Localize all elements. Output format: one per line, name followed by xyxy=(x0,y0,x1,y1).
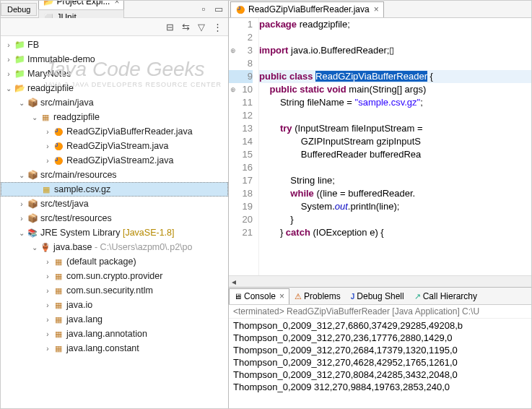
expand-icon[interactable]: › xyxy=(4,70,14,78)
editor-tab-label: ReadGZipViaBufferReader.java xyxy=(248,4,370,14)
close-icon[interactable]: × xyxy=(114,1,119,7)
tree-item[interactable]: ⌄readgzipfile xyxy=(1,110,228,124)
ico-pkgroot xyxy=(27,98,38,108)
expand-icon[interactable]: › xyxy=(43,128,53,136)
tree-label: src/main/resources xyxy=(40,170,117,180)
tree-item[interactable]: ›java.io xyxy=(1,298,228,312)
ico-pkgroot xyxy=(27,199,38,209)
expand-icon[interactable]: › xyxy=(4,56,14,64)
filter-icon[interactable]: ▽ xyxy=(195,20,208,33)
minimize-view-icon[interactable]: ▫ xyxy=(197,3,210,16)
tree-item[interactable]: ⌄src/main/java xyxy=(1,95,228,110)
tree-item[interactable]: ⌄readgzipfile xyxy=(1,81,228,95)
ico-pkgroot xyxy=(27,170,38,180)
expand-icon[interactable]: › xyxy=(43,157,53,165)
tree-item[interactable]: ›Immutable-demo xyxy=(1,52,228,66)
explorer-toolbar: ⊟ ⇆ ▽ ⋮ xyxy=(1,18,228,36)
tree-label: com.sun.crypto.provider xyxy=(66,271,162,281)
ico-pkgroot xyxy=(27,213,38,223)
view-tab-project-expl-[interactable]: Project Expl...× xyxy=(38,1,124,9)
expand-icon[interactable]: › xyxy=(43,142,53,150)
tree-item[interactable]: ›com.sun.crypto.provider xyxy=(1,269,228,283)
expand-icon[interactable]: ⌄ xyxy=(17,229,27,237)
view-menu-icon[interactable]: ⋮ xyxy=(211,20,224,33)
expand-icon[interactable]: ⌄ xyxy=(17,99,27,107)
expand-icon[interactable]: ⌄ xyxy=(30,113,40,121)
tree-label: FB xyxy=(27,40,39,50)
tree-label: JRE System Library [JavaSE-1.8] xyxy=(40,228,175,238)
tree-item[interactable]: ›src/test/resources xyxy=(1,211,228,225)
tree-label: java.base - C:\Users\azpm0\.p2\po xyxy=(53,242,192,252)
expand-icon[interactable]: › xyxy=(43,287,53,295)
editor-tab[interactable]: ReadGZipViaBufferReader.java × xyxy=(230,1,384,17)
tree-item[interactable]: ⌄java.base - C:\Users\azpm0\.p2\po xyxy=(1,240,228,254)
ico-pkg xyxy=(40,112,51,122)
tree-item[interactable]: ›FB xyxy=(1,38,228,52)
expand-icon[interactable]: ⌄ xyxy=(30,244,40,251)
expand-icon[interactable]: › xyxy=(43,330,53,338)
expand-icon[interactable]: › xyxy=(4,41,14,49)
expand-icon[interactable]: › xyxy=(43,272,53,280)
maximize-view-icon[interactable]: ▭ xyxy=(212,3,225,16)
code-area[interactable]: package readgzipfile;import java.io.Buff… xyxy=(259,18,531,275)
ico-java xyxy=(53,126,64,137)
tree-label: java.lang.constant xyxy=(66,343,139,353)
tree-item[interactable]: sample.csv.gz xyxy=(1,182,228,197)
expand-icon[interactable]: ⌄ xyxy=(4,85,14,92)
scroll-left-icon[interactable]: ◂ xyxy=(229,277,239,287)
ico-pkg xyxy=(53,314,64,324)
bottom-tabbar: Console×ProblemsDebug ShellCall Hierarch… xyxy=(229,288,531,305)
close-icon[interactable]: × xyxy=(374,4,379,14)
tree-item[interactable]: ›java.lang xyxy=(1,312,228,327)
expand-icon[interactable]: › xyxy=(17,215,27,223)
bottom-tab-problems[interactable]: Problems xyxy=(289,288,346,304)
expand-icon[interactable]: › xyxy=(43,316,53,324)
expand-icon[interactable]: › xyxy=(43,301,53,309)
tree-item[interactable]: ›(default package) xyxy=(1,254,228,269)
console-output[interactable]: Thompson_0,2009_312,27,6860,37429,29285,… xyxy=(229,319,531,408)
editor-horizontal-scrollbar[interactable]: ◂ xyxy=(229,275,531,287)
tree-label: readgzipfile xyxy=(53,112,100,122)
expand-icon[interactable]: › xyxy=(43,345,53,353)
tree-label: src/main/java xyxy=(40,98,94,108)
bottom-panel: Console×ProblemsDebug ShellCall Hierarch… xyxy=(229,287,531,408)
ico-callh xyxy=(414,291,421,301)
expand-icon[interactable]: ⌄ xyxy=(17,171,27,179)
ico-pkg xyxy=(53,343,64,353)
link-editor-icon[interactable]: ⇆ xyxy=(179,20,192,33)
tree-item[interactable]: ›java.lang.constant xyxy=(1,341,228,356)
tree-item[interactable]: ⌄src/main/resources xyxy=(1,168,228,182)
tree-item[interactable]: ›ReadGZipViaBufferReader.java xyxy=(1,124,228,139)
bottom-tab-console[interactable]: Console× xyxy=(229,288,289,304)
tree-label: MaryNotes xyxy=(27,69,71,79)
tree-item[interactable]: ›com.sun.security.ntlm xyxy=(1,283,228,298)
console-status: <terminated> ReadGZipViaBufferReader [Ja… xyxy=(229,305,531,319)
bottom-tab-call-hierarchy[interactable]: Call Hierarchy xyxy=(409,288,482,304)
ico-pkg xyxy=(53,300,64,310)
code-editor[interactable]: 12389101112131415161718192021 package re… xyxy=(229,18,531,275)
project-tree[interactable]: Java Code Geeks JAVA 2 JAVA DEVELOPERS R… xyxy=(1,36,228,408)
tree-item[interactable]: ⌄JRE System Library [JavaSE-1.8] xyxy=(1,225,228,240)
tree-label: readgzipfile xyxy=(27,83,74,93)
tree-item[interactable]: ›MaryNotes xyxy=(1,66,228,81)
collapse-all-icon[interactable]: ⊟ xyxy=(163,20,176,33)
project-explorer-pane: Debug Project Expl...×JUnit ▫ ▭ ⊟ ⇆ ▽ ⋮ … xyxy=(1,1,229,408)
ico-pkg xyxy=(53,257,64,267)
tree-label: (default package) xyxy=(66,257,136,267)
perspective-label[interactable]: Debug xyxy=(1,3,37,16)
line-gutter[interactable]: 12389101112131415161718192021 xyxy=(229,18,259,275)
tree-item[interactable]: ›ReadGZipViaStream2.java xyxy=(1,153,228,168)
ico-proj-closed xyxy=(14,40,25,50)
tree-item[interactable]: ›ReadGZipViaStream.java xyxy=(1,139,228,153)
close-icon[interactable]: × xyxy=(279,291,284,301)
ico-lib xyxy=(27,228,38,238)
expand-icon[interactable]: › xyxy=(43,258,53,266)
tree-label: sample.csv.gz xyxy=(54,184,110,194)
bottom-tab-debug-shell[interactable]: Debug Shell xyxy=(346,288,409,304)
tree-item[interactable]: ›src/test/java xyxy=(1,197,228,211)
tree-label: ReadGZipViaStream.java xyxy=(66,141,169,151)
expand-icon[interactable]: › xyxy=(17,200,27,208)
ico-java xyxy=(53,141,64,151)
editor-pane: ReadGZipViaBufferReader.java × 123891011… xyxy=(229,1,531,408)
tree-item[interactable]: ›java.lang.annotation xyxy=(1,327,228,341)
